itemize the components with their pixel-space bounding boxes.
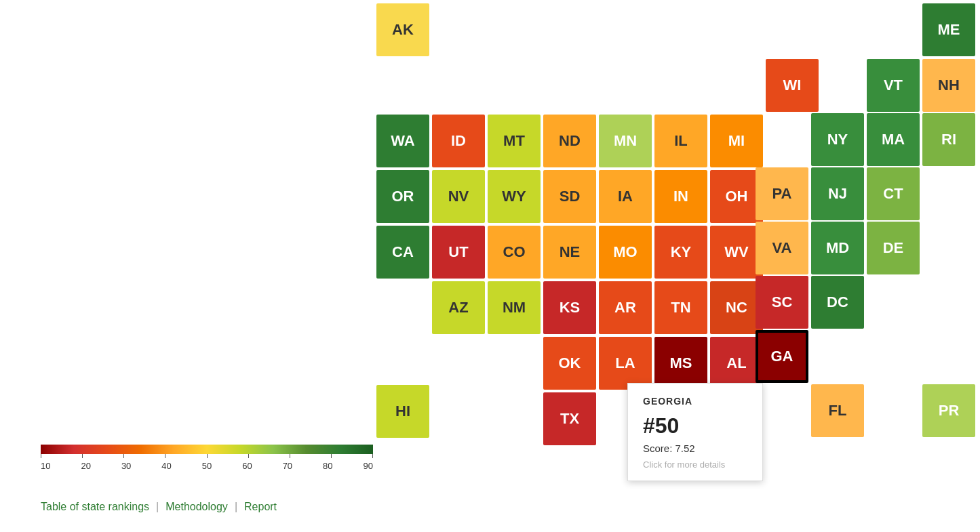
tooltip-score: Score: 7.52 xyxy=(643,443,747,454)
legend-tick-marks xyxy=(41,454,373,458)
state-cell-ak[interactable]: AK xyxy=(376,3,429,56)
state-cell-in[interactable]: IN xyxy=(654,170,707,223)
tick-label-20: 20 xyxy=(81,461,90,471)
tick-label-90: 90 xyxy=(364,461,373,471)
report-link[interactable]: Report xyxy=(244,501,277,513)
state-cell-nm[interactable]: NM xyxy=(488,281,541,334)
state-cell-ar[interactable]: AR xyxy=(599,281,652,334)
state-cell-mt[interactable]: MT xyxy=(488,115,541,167)
methodology-link[interactable]: Methodology xyxy=(165,501,228,513)
state-cell-ks[interactable]: KS xyxy=(543,281,596,334)
tick-9 xyxy=(372,454,373,458)
state-cell-ri[interactable]: RI xyxy=(922,113,975,166)
state-cell-ne[interactable]: NE xyxy=(543,226,596,279)
tooltip: GEORGIA #50 Score: 7.52 Click for more d… xyxy=(627,383,763,481)
state-cell-id[interactable]: ID xyxy=(432,115,485,167)
state-cell-ny[interactable]: NY xyxy=(811,113,864,166)
tooltip-state-name: GEORGIA xyxy=(643,396,747,407)
state-cell-ct[interactable]: CT xyxy=(867,167,920,220)
legend-color-bar xyxy=(41,445,373,454)
state-cell-de[interactable]: DE xyxy=(867,222,920,274)
separator-1: | xyxy=(156,501,159,513)
state-cell-tn[interactable]: TN xyxy=(654,281,707,334)
state-cell-dc[interactable]: DC xyxy=(811,276,864,329)
legend-tick-labels: 10 20 30 40 50 60 70 80 90 xyxy=(41,461,373,471)
state-cell-sd[interactable]: SD xyxy=(543,170,596,223)
state-cell-fl[interactable]: FL xyxy=(811,384,864,437)
state-cell-pa[interactable]: PA xyxy=(756,167,808,220)
tick-8 xyxy=(331,454,332,458)
tick-label-60: 60 xyxy=(242,461,252,471)
state-cell-mi[interactable]: MI xyxy=(710,115,763,167)
state-cell-la[interactable]: LA xyxy=(599,337,652,390)
state-cell-or[interactable]: OR xyxy=(376,170,429,223)
tick-label-70: 70 xyxy=(283,461,292,471)
separator-2: | xyxy=(235,501,237,513)
state-cell-az[interactable]: AZ xyxy=(432,281,485,334)
tick-3 xyxy=(123,454,124,458)
tick-1 xyxy=(41,454,41,458)
tick-label-50: 50 xyxy=(202,461,212,471)
state-cell-md[interactable]: MD xyxy=(811,222,864,274)
tick-6 xyxy=(248,454,249,458)
state-cell-hi[interactable]: HI xyxy=(376,385,429,438)
state-cell-co[interactable]: CO xyxy=(488,226,541,279)
state-cell-nd[interactable]: ND xyxy=(543,115,596,167)
state-cell-pr[interactable]: PR xyxy=(922,384,975,437)
state-cell-ia[interactable]: IA xyxy=(599,170,652,223)
tooltip-link[interactable]: Click for more details xyxy=(643,459,747,470)
state-cell-ut[interactable]: UT xyxy=(432,226,485,279)
map-container: AKMEVTNHWAIDMTNDMNILMINYMARIORNVWYSDIAIN… xyxy=(0,0,980,532)
tick-5 xyxy=(207,454,208,458)
state-cell-nv[interactable]: NV xyxy=(432,170,485,223)
table-of-rankings-link[interactable]: Table of state rankings xyxy=(41,501,149,513)
state-cell-nh[interactable]: NH xyxy=(922,59,975,112)
state-cell-wi[interactable]: WI xyxy=(766,59,819,112)
tick-label-40: 40 xyxy=(161,461,171,471)
tick-label-10: 10 xyxy=(41,461,50,471)
state-cell-ky[interactable]: KY xyxy=(654,226,707,279)
state-cell-nj[interactable]: NJ xyxy=(811,167,864,220)
state-cell-mn[interactable]: MN xyxy=(599,115,652,167)
state-cell-va[interactable]: VA xyxy=(756,222,808,274)
tick-2 xyxy=(82,454,83,458)
tick-7 xyxy=(290,454,290,458)
state-cell-sc[interactable]: SC xyxy=(756,276,808,329)
state-cell-ga[interactable]: GA xyxy=(756,330,808,383)
state-cell-tx[interactable]: TX xyxy=(543,392,596,445)
tick-4 xyxy=(165,454,165,458)
tick-label-80: 80 xyxy=(323,461,332,471)
state-cell-ma[interactable]: MA xyxy=(867,113,920,166)
state-cell-ca[interactable]: CA xyxy=(376,226,429,279)
tooltip-rank: #50 xyxy=(643,413,747,438)
tick-label-30: 30 xyxy=(121,461,131,471)
legend: 10 20 30 40 50 60 70 80 90 xyxy=(41,445,373,471)
footer-links: Table of state rankings | Methodology | … xyxy=(41,501,277,513)
state-cell-wa[interactable]: WA xyxy=(376,115,429,167)
state-cell-vt[interactable]: VT xyxy=(867,59,920,112)
state-cell-mo[interactable]: MO xyxy=(599,226,652,279)
state-cell-il[interactable]: IL xyxy=(654,115,707,167)
state-cell-ok[interactable]: OK xyxy=(543,337,596,390)
state-cell-wy[interactable]: WY xyxy=(488,170,541,223)
state-cell-ms[interactable]: MS xyxy=(654,337,707,390)
state-cell-me[interactable]: ME xyxy=(922,3,975,56)
